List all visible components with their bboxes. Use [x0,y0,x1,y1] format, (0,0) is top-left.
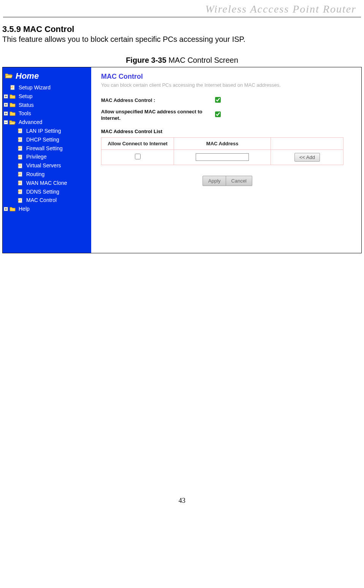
svg-rect-45 [19,191,21,192]
page-icon [16,189,24,194]
table-col-action [271,137,343,149]
section-heading: 3.5.9 MAC Control [2,24,364,34]
svg-rect-2 [12,87,13,87]
nav-item-label: DDNS Setting [26,189,59,195]
figure-label-bold: Figure 3-35 [126,56,166,64]
expand-icon[interactable] [3,111,9,116]
nav-item-tools[interactable]: Tools [3,109,91,118]
table-header-row: Allow Connect to Internet MAC Address [101,137,343,149]
svg-rect-46 [19,192,21,192]
svg-rect-37 [19,174,21,174]
table-row: << Add [101,149,343,165]
page-icon [16,172,24,177]
page-icon [16,137,24,142]
svg-rect-17 [19,130,21,131]
svg-rect-33 [19,165,21,166]
apply-button[interactable]: Apply [203,176,226,186]
allow-unspecified-row: Allow unspecified MAC address connect to… [101,109,354,122]
svg-rect-34 [19,166,21,167]
nav-item-label: Setup Wizard [19,84,51,91]
add-button[interactable]: << Add [294,153,320,162]
content-pane: MAC Control You can block certain client… [91,67,361,253]
nav-item-wan-mac-clone[interactable]: WAN MAC Clone [3,179,91,188]
row-mac-input[interactable] [196,153,249,161]
figure-caption: Figure 3-35 MAC Control Screen [0,56,364,65]
nav-item-firewall-setting[interactable]: Firewall Setting [3,144,91,153]
expand-icon[interactable] [3,94,9,99]
nav-item-advanced[interactable]: Advanced [3,118,91,127]
svg-rect-18 [19,131,21,132]
folder-icon [9,111,16,116]
svg-rect-28 [19,156,21,156]
page-icon [16,154,24,160]
row-allow-checkbox[interactable] [135,154,141,159]
nav-home-label: Home [16,71,39,81]
svg-rect-1 [12,86,13,87]
nav-item-privilege[interactable]: Privilege [3,153,91,161]
nav-item-status[interactable]: Status [3,101,91,110]
folder-open-icon [5,71,13,81]
svg-rect-30 [19,157,21,158]
svg-rect-49 [19,200,21,200]
mac-address-control-label: MAC Address Control : [101,97,215,104]
svg-rect-32 [19,165,21,165]
svg-rect-50 [19,201,21,201]
nav-item-routing[interactable]: Routing [3,170,91,179]
nav-item-setup[interactable]: Setup [3,92,91,101]
page-icon [16,180,24,186]
svg-rect-24 [19,147,21,148]
nav-item-label: Tools [19,110,31,117]
page-icon [16,146,24,151]
nav-item-virtual-servers[interactable]: Virtual Servers [3,161,91,170]
svg-rect-25 [19,148,21,148]
content-title: MAC Control [101,73,354,81]
page-icon [16,163,24,168]
nav-item-help[interactable]: Help [3,205,91,213]
nav-item-label: Routing [26,171,44,178]
nav-item-label: Advanced [19,119,42,126]
nav-item-dhcp-setting[interactable]: DHCP Setting [3,135,91,144]
sidebar: Home Setup WizardSetupStatusToolsAdvance… [3,67,91,253]
expand-icon[interactable] [3,103,9,107]
folder-open-icon [9,120,16,125]
svg-rect-26 [19,149,21,149]
svg-rect-41 [19,183,21,183]
action-buttons: ApplyCancel [101,176,354,186]
folder-icon [9,102,16,107]
collapse-icon[interactable] [3,120,9,124]
svg-rect-3 [12,88,13,88]
nav-item-mac-control[interactable]: MAC Control [3,196,91,205]
table-col-allow: Allow Connect to Internet [101,137,174,149]
svg-rect-48 [19,199,21,200]
mac-address-control-checkbox[interactable] [215,97,221,103]
expand-icon[interactable] [3,207,9,211]
table-col-mac: MAC Address [174,137,271,149]
nav-item-label: Status [19,102,34,108]
folder-icon [9,94,16,99]
cancel-button[interactable]: Cancel [226,176,252,186]
allow-unspecified-checkbox[interactable] [215,111,221,117]
svg-rect-20 [19,138,21,139]
nav-home[interactable]: Home [3,70,91,83]
mac-address-control-row: MAC Address Control : [101,97,354,104]
nav-item-label: Firewall Setting [26,145,63,152]
svg-rect-36 [19,173,21,173]
nav-item-setup-wizard[interactable]: Setup Wizard [3,83,91,92]
page-icon [16,198,24,203]
svg-rect-16 [19,130,21,130]
nav-item-label: Help [19,206,30,212]
page-icon [9,85,16,90]
page-icon [16,128,24,133]
document-header: Wireless Acccess Point Router [3,0,361,17]
nav-item-label: LAN IP Setting [26,128,61,134]
mac-list-heading: MAC Address Control List [101,129,354,134]
folder-icon [9,207,16,211]
nav-item-label: Privilege [26,154,47,160]
mac-address-table: Allow Connect to Internet MAC Address <<… [101,137,343,165]
svg-rect-44 [19,191,21,191]
svg-rect-21 [19,139,21,140]
nav-item-label: DHCP Setting [26,137,59,143]
svg-rect-22 [19,140,21,140]
nav-item-lan-ip-setting[interactable]: LAN IP Setting [3,127,91,135]
nav-item-ddns-setting[interactable]: DDNS Setting [3,188,91,196]
